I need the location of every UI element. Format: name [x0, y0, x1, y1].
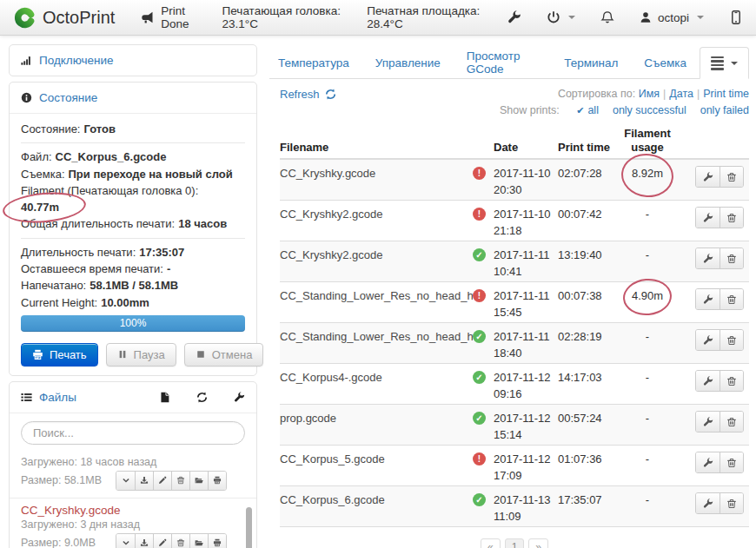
files-panel-header[interactable]: Файлы: [10, 382, 256, 413]
files-settings-icon[interactable]: [234, 392, 245, 403]
status-icon: ✓: [473, 493, 486, 506]
trash-icon: [726, 417, 737, 427]
row-filament-usage: -: [626, 207, 669, 221]
pagination-next[interactable]: »: [528, 538, 548, 548]
table-header: Filename Date Print time Filament usage: [280, 127, 749, 160]
row-delete-button[interactable]: [720, 208, 743, 228]
tab-timelapse[interactable]: Съемка: [631, 47, 700, 78]
row-settings-button[interactable]: [696, 208, 720, 228]
row-date: 2017-11-1311:09: [494, 492, 558, 525]
trash-icon: [176, 476, 185, 485]
tab-control[interactable]: Управление: [362, 47, 454, 78]
file-collapse-button[interactable]: [116, 472, 135, 490]
show-prints-label: Show prints:: [500, 104, 560, 116]
file-print-button[interactable]: [208, 534, 226, 548]
row-filament-usage: 8.92m: [626, 166, 669, 180]
download-icon: [140, 538, 149, 547]
row-delete-button[interactable]: [720, 412, 743, 432]
connection-title: Подключение: [39, 54, 114, 67]
filter-only-failed[interactable]: only failed: [700, 104, 749, 116]
tab-gcode-viewer[interactable]: Просмотр GCode: [454, 47, 551, 78]
row-settings-button[interactable]: [696, 493, 720, 513]
file-list-name[interactable]: CC_Kryshky.gcode: [21, 504, 227, 517]
row-filename: CC_Kryshky2.gcode: [280, 248, 473, 261]
refresh-link[interactable]: Refresh: [280, 88, 336, 101]
row-delete-button[interactable]: [720, 371, 743, 391]
sort-by-print-time[interactable]: Print time: [703, 88, 749, 100]
user-menu[interactable]: octopi: [640, 11, 704, 24]
notifications-button[interactable]: [600, 10, 614, 24]
row-settings-button[interactable]: [696, 412, 720, 432]
megaphone-icon: [141, 10, 155, 24]
tab-dropdown[interactable]: [700, 47, 749, 79]
caret-down-icon: [697, 16, 704, 19]
row-settings-button[interactable]: [696, 289, 720, 309]
file-list-item[interactable]: Загружено: 18 часов назад Размер: 58.1MB: [10, 449, 256, 498]
row-delete-button[interactable]: [720, 289, 743, 309]
search-input[interactable]: [21, 421, 245, 445]
row-settings-button[interactable]: [696, 371, 720, 391]
file-collapse-button[interactable]: [116, 534, 135, 548]
tab-temperature[interactable]: Температура: [269, 47, 362, 78]
chevron-down-icon: [122, 476, 130, 485]
row-filament-usage: 4.90m: [626, 288, 669, 302]
sort-by-name[interactable]: Имя: [639, 88, 660, 100]
state-panel-header[interactable]: Состояние: [10, 83, 256, 113]
row-print-time: 01:07:36: [558, 452, 626, 465]
state-title: Состояние: [39, 91, 97, 104]
file-edit-button[interactable]: [153, 472, 171, 490]
file-load-button[interactable]: [189, 472, 208, 490]
row-delete-button[interactable]: [720, 167, 743, 187]
print-history-table: Filename Date Print time Filament usage …: [280, 127, 749, 548]
pagination-prev[interactable]: «: [481, 538, 501, 548]
row-filename: CC_Korpus_5.gcode: [280, 452, 473, 465]
file-load-button[interactable]: [189, 534, 208, 548]
row-print-time: 17:35:07: [558, 492, 626, 506]
table-row: CC_Korpus_6.gcode ✓ 2017-11-1311:09 17:3…: [280, 486, 749, 527]
cancel-button[interactable]: Отмена: [184, 343, 264, 366]
row-date: 2017-11-1021:18: [494, 207, 558, 239]
row-settings-button[interactable]: [696, 167, 720, 187]
print-button[interactable]: Печать: [21, 343, 98, 366]
pause-button[interactable]: Пауза: [106, 343, 176, 366]
table-row: CC_Standing_Lower_Res_no_head_hole.gcode…: [280, 323, 749, 364]
file-size: Размер: 9.0MB: [21, 536, 96, 548]
file-uploaded: Загружено: 3 дня назад: [21, 518, 227, 532]
files-scrollbar[interactable]: [246, 507, 252, 548]
file-list-item[interactable]: CC_Kryshky.gcode Загружено: 3 дня назад …: [10, 498, 256, 548]
file-delete-button[interactable]: [171, 472, 189, 490]
refresh-icon[interactable]: [196, 392, 208, 403]
sort-label: Сортировка по:: [558, 88, 635, 100]
row-delete-button[interactable]: [720, 493, 743, 513]
file-download-button[interactable]: [135, 472, 153, 490]
row-settings-button[interactable]: [696, 248, 720, 268]
top-navbar: OctoPrint Print Done Печатающая головка:…: [0, 0, 756, 36]
row-delete-button[interactable]: [720, 330, 743, 350]
navbar-actions: octopi: [507, 10, 743, 24]
notification-print-done[interactable]: Print Done: [141, 4, 199, 30]
upload-file-icon[interactable]: [159, 392, 170, 403]
row-delete-button[interactable]: [720, 248, 743, 268]
printer-icon: [32, 349, 43, 360]
file-download-button[interactable]: [135, 534, 153, 548]
chevron-down-icon: [122, 538, 130, 547]
tab-terminal[interactable]: Терминал: [551, 47, 631, 78]
filter-all[interactable]: ✔all: [576, 104, 599, 116]
row-settings-button[interactable]: [696, 452, 720, 472]
mobile-ui-button[interactable]: [729, 10, 743, 24]
system-menu[interactable]: [547, 10, 575, 24]
row-delete-button[interactable]: [720, 452, 743, 472]
file-delete-button[interactable]: [171, 534, 189, 548]
file-print-button[interactable]: [208, 472, 226, 490]
pagination-page-1[interactable]: 1: [505, 538, 525, 548]
download-icon: [140, 476, 149, 485]
total-print-time-value: 18 часов: [178, 217, 227, 230]
brand[interactable]: OctoPrint: [14, 7, 115, 29]
power-icon: [547, 10, 560, 24]
row-settings-button[interactable]: [696, 330, 720, 350]
sort-by-date[interactable]: Дата: [669, 88, 693, 100]
connection-panel-header[interactable]: Подключение: [10, 45, 256, 76]
filter-only-successful[interactable]: only successful: [613, 104, 686, 116]
settings-button[interactable]: [507, 10, 521, 24]
file-edit-button[interactable]: [153, 534, 171, 548]
